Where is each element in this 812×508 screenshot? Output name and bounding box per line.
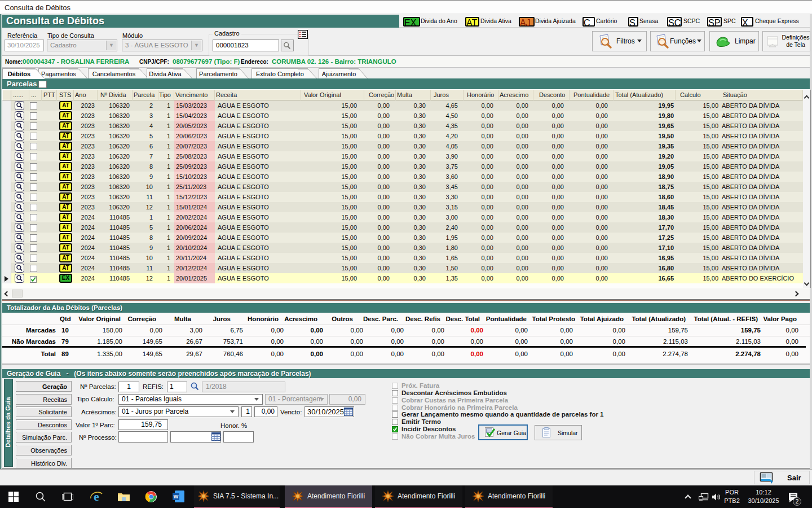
svg-text:W: W	[174, 494, 179, 500]
